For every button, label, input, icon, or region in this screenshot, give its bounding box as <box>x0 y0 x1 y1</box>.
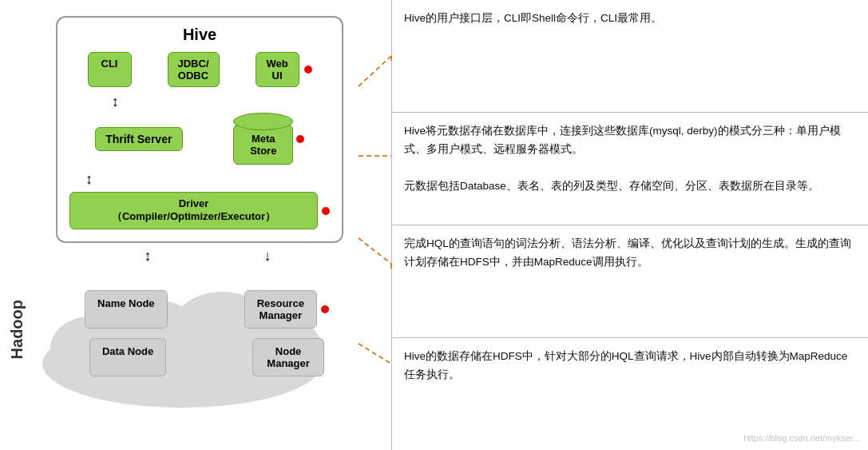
cloud-content: Name Node ResourceManager Data Node Node… <box>30 268 383 391</box>
cli-box: CLI <box>88 52 132 87</box>
watermark: https://blog.csdn.net/mykser... <box>743 431 860 446</box>
jdbc-box: JDBC/ODBC <box>168 52 220 87</box>
description-area: Hive的用户接口层，CLI即Shell命令行，CLI最常用。 Hive将元数据… <box>391 0 868 450</box>
thrift-meta-row: Thrift Server MetaStore <box>69 113 330 165</box>
arrow-hive-hadoop-1: ↕ <box>145 248 152 265</box>
namenode-box: Name Node <box>85 290 168 329</box>
cloud-container: Name Node ResourceManager Data Node Node… <box>30 268 383 391</box>
metastore-top <box>233 113 293 130</box>
connector-dot-4 <box>321 305 329 313</box>
connector-dot-2 <box>296 135 304 143</box>
desc-block-2: Hive将元数据存储在数据库中，连接到这些数据库(mysql, derby)的模… <box>392 113 868 225</box>
datanode-box: Data Node <box>89 338 166 376</box>
cloud-bottom-row: Data Node NodeManager <box>46 338 367 376</box>
desc-block-4: Hive的数据存储在HDFS中，针对大部分的HQL查询请求，Hive内部自动转换… <box>392 338 868 450</box>
webui-box: WebUI <box>256 52 299 87</box>
thrift-box: Thrift Server <box>95 127 183 151</box>
arrow-thrift-driver: ↕ <box>85 171 93 188</box>
arrow-down-1: ↕ <box>112 94 119 110</box>
metastore-body: MetaStore <box>233 125 293 165</box>
arrow-hive-hadoop-2: ↓ <box>264 248 271 265</box>
desc-block-1: Hive的用户接口层，CLI即Shell命令行，CLI最常用。 <box>392 0 868 113</box>
metastore-cylinder: MetaStore <box>233 113 293 165</box>
between-arrows: ↕ ↓ <box>88 248 327 265</box>
driver-box: Driver（Compiler/Optimizer/Executor） <box>69 192 318 229</box>
hive-box: Hive CLI JDBC/ODBC WebUI ↕ T <box>56 16 343 243</box>
cloud-top-row: Name Node ResourceManager <box>46 290 367 329</box>
connector-dot-1 <box>304 66 312 74</box>
resourcemanager-box: ResourceManager <box>244 290 317 329</box>
hadoop-vertical-label: Hadoop <box>8 300 26 359</box>
desc-block-3: 完成HQL的查询语句的词法分析、语法分析、编译、优化以及查询计划的生成。生成的查… <box>392 225 868 338</box>
main-container: Hive CLI JDBC/ODBC WebUI ↕ T <box>0 0 868 450</box>
hive-title: Hive <box>69 26 330 44</box>
hive-top-row: CLI JDBC/ODBC WebUI <box>69 52 330 87</box>
driver-row: Driver（Compiler/Optimizer/Executor） <box>69 192 330 229</box>
diagram-area: Hive CLI JDBC/ODBC WebUI ↕ T <box>0 0 391 450</box>
nodemanager-box: NodeManager <box>252 338 324 376</box>
connector-dot-3 <box>322 207 330 215</box>
hadoop-wrapper: Hadoop Name Node <box>8 268 383 391</box>
